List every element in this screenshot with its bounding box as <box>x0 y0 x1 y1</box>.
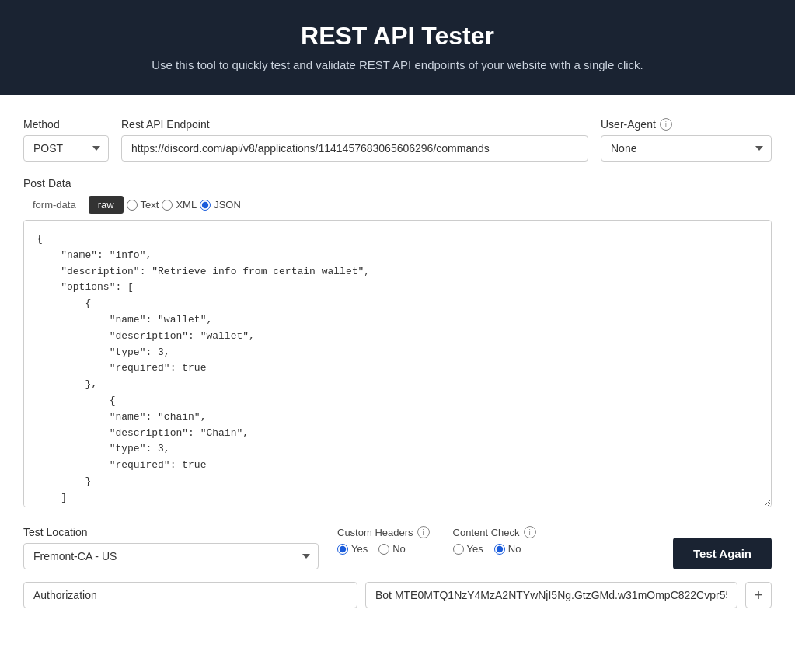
endpoint-group: Rest API Endpoint <box>121 118 588 162</box>
custom-headers-yes-input[interactable] <box>337 544 348 555</box>
custom-headers-title: Custom Headers i <box>337 526 430 538</box>
main-content: Method POST GET PUT DELETE PATCH Rest AP… <box>0 95 795 672</box>
method-group: Method POST GET PUT DELETE PATCH <box>23 118 109 162</box>
custom-headers-row: + <box>23 582 772 608</box>
add-header-button[interactable]: + <box>745 582 772 608</box>
method-select[interactable]: POST GET PUT DELETE PATCH <box>23 135 109 162</box>
content-check-yes-input[interactable] <box>453 544 464 555</box>
content-check-no[interactable]: No <box>494 543 521 555</box>
radio-xml-input[interactable] <box>162 200 173 211</box>
page-header: REST API Tester Use this tool to quickly… <box>0 0 795 95</box>
content-check-info-icon[interactable]: i <box>524 526 536 538</box>
post-data-textarea-container: { "name": "info", "description": "Retrie… <box>23 220 772 510</box>
test-location-group: Test Location Fremont-CA - US New York-N… <box>23 526 319 569</box>
options-group: Custom Headers i Yes No Cont <box>337 526 654 555</box>
test-location-label: Test Location <box>23 526 319 538</box>
radio-xml[interactable]: XML <box>162 199 197 211</box>
custom-headers-block: Custom Headers i Yes No <box>337 526 430 555</box>
test-again-button[interactable]: Test Again <box>673 538 772 569</box>
post-data-tab-bar: form-data raw Text XML JSON <box>23 196 772 214</box>
radio-text[interactable]: Text <box>127 199 159 211</box>
content-check-yes[interactable]: Yes <box>453 543 483 555</box>
tab-raw[interactable]: raw <box>89 196 124 214</box>
page-subtitle: Use this tool to quickly test and valida… <box>16 58 779 71</box>
user-agent-group: User-Agent i None Chrome Firefox Safari <box>601 118 772 162</box>
custom-headers-yes[interactable]: Yes <box>337 543 368 555</box>
custom-headers-radios: Yes No <box>337 543 430 555</box>
radio-json[interactable]: JSON <box>200 199 241 211</box>
test-location-select[interactable]: Fremont-CA - US New York-NY - US London … <box>23 543 319 569</box>
custom-headers-no-input[interactable] <box>378 544 389 555</box>
header-value-input[interactable] <box>365 582 737 608</box>
post-data-textarea[interactable]: { "name": "info", "description": "Retrie… <box>23 220 772 507</box>
post-data-section: Post Data form-data raw Text XML JSON { … <box>23 177 772 510</box>
header-key-input[interactable] <box>23 582 357 608</box>
method-label: Method <box>23 118 109 131</box>
radio-json-input[interactable] <box>200 200 211 211</box>
post-data-label: Post Data <box>23 177 772 190</box>
content-check-title: Content Check i <box>453 526 536 538</box>
radio-text-input[interactable] <box>127 200 138 211</box>
endpoint-input[interactable] <box>121 135 588 162</box>
custom-headers-no[interactable]: No <box>378 543 406 555</box>
top-row: Method POST GET PUT DELETE PATCH Rest AP… <box>23 118 772 162</box>
page-title: REST API Tester <box>16 22 779 50</box>
content-check-radios: Yes No <box>453 543 536 555</box>
custom-headers-info-icon[interactable]: i <box>417 526 430 538</box>
content-check-block: Content Check i Yes No <box>453 526 536 555</box>
user-agent-select[interactable]: None Chrome Firefox Safari <box>601 135 772 162</box>
bottom-section: Test Location Fremont-CA - US New York-N… <box>23 526 772 569</box>
user-agent-info-icon[interactable]: i <box>660 118 672 131</box>
tab-form-data[interactable]: form-data <box>23 196 85 214</box>
endpoint-label: Rest API Endpoint <box>121 118 588 131</box>
user-agent-label: User-Agent i <box>601 118 772 131</box>
content-check-no-input[interactable] <box>494 544 505 555</box>
